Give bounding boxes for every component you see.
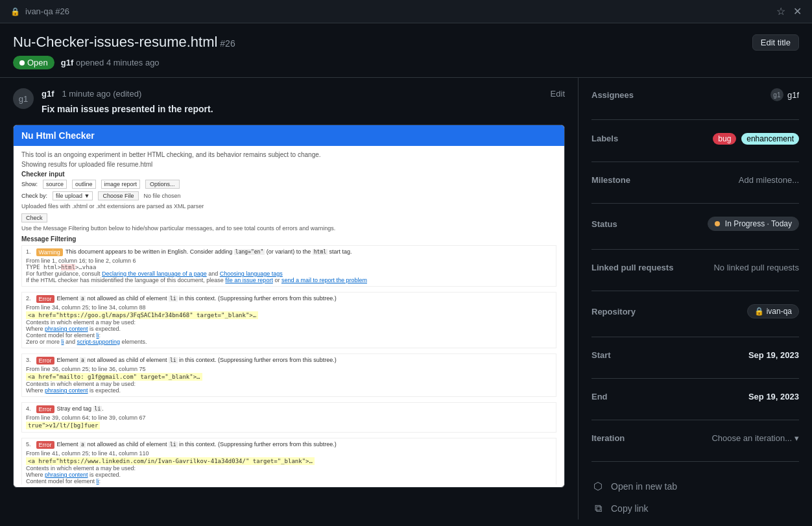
error-detail-2d: Content model for element li: [26, 332, 552, 339]
assignee-name: g1f [787, 90, 799, 100]
linked-pr-section: Linked pull requests No linked pull requ… [591, 263, 799, 291]
error-highlight-2: <a href="https://goo.gl/maps/3FqSAC1h4r3… [26, 311, 258, 319]
error-msg-2: Element a not allowed as child of elemen… [57, 295, 337, 302]
issue-number: #26 [220, 38, 235, 49]
lock-icon: 🔒 [10, 7, 20, 16]
error-highlight-4: true">v1/lt/[bg]fuer [26, 422, 100, 429]
status-badge: In Progress · Today [708, 217, 799, 231]
error-extra-1: If the HTML checker has misidentified th… [26, 277, 552, 283]
label-enhancement: enhancement [741, 133, 799, 145]
repo-name: ivan-qa [767, 307, 792, 316]
repository-section: Repository 🔒 ivan-qa [591, 304, 799, 337]
right-panel: Assignees g1 g1f Labels bug enhancement … [579, 78, 812, 520]
no-file-chosen: No file chosen [144, 193, 181, 199]
embedded-screenshot: Nu Html Checker This tool is an ongoing … [13, 125, 565, 488]
comment-text: Fix main issues presented in the report. [42, 104, 565, 114]
error-badge-4: Error [36, 405, 54, 413]
error-item-4: 4. Error Stray end tag li. From line 39,… [21, 402, 556, 433]
error-msg-3: Element a not allowed as child of elemen… [57, 357, 337, 363]
warning-badge-1: Warning [36, 248, 63, 256]
error-msg-1: This document appears to be written in E… [66, 248, 352, 255]
image-report-option: image report [101, 180, 141, 189]
check-btn[interactable]: Check [21, 213, 47, 222]
error-item-2: 2. Error Element a not allowed as child … [21, 292, 556, 348]
error-detail-2e: Zero or more li and script-supporting el… [26, 339, 552, 345]
error-highlight-3: <a href="mailto: g1f@gmail.com" target="… [26, 373, 202, 381]
error-msg-5: Element a not allowed as child of elemen… [57, 441, 337, 448]
error-detail-3a: From line 36, column 25; to line 36, col… [26, 366, 552, 372]
open-new-tab-label: Open in new tab [611, 481, 677, 492]
error-detail-2a: From line 34, column 25; to line 34, col… [26, 304, 552, 311]
copy-icon: ⧉ [591, 503, 604, 514]
error-detail-2b: Contexts in which element a may be used: [26, 319, 552, 326]
open-new-tab-action[interactable]: ⬡ Open in new tab [591, 475, 799, 497]
repo-lock-icon: 🔒 [754, 307, 764, 316]
actions-section: ⬡ Open in new tab ⧉ Copy link ⧉ Copy lin… [591, 475, 799, 520]
check-by-label: Check by: [21, 193, 47, 199]
top-bar: 🔒 ivan-qa #26 ☆ ✕ [0, 0, 812, 23]
screenshot-body: This tool is an ongoing experiment in be… [14, 146, 564, 484]
error-detail-5b: Contexts in which element a may be used: [26, 465, 552, 472]
error-detail-5d: Content model for element li: [26, 478, 552, 484]
error-detail-5c: Where phrasing content is expected. [26, 472, 552, 478]
iteration-select[interactable]: Choose an iteration... ▾ [711, 433, 799, 443]
copy-link-label: Copy link [611, 503, 649, 514]
labels-section: Labels bug enhancement [591, 133, 799, 162]
error-highlight-5: <a href="https://www.linkedin.com/in/Iva… [26, 457, 315, 465]
issue-title: Nu-Checker-issues-resume.html [13, 34, 217, 50]
milestone-value[interactable]: Add milestone... [739, 175, 799, 185]
error-item-3: 3. Error Element a not allowed as child … [21, 353, 556, 397]
assignees-section: Assignees g1 g1f [591, 88, 799, 120]
xml-note: Uploaded files with .xhtml or .xht exten… [21, 203, 556, 209]
linked-pr-value: No linked pull requests [713, 263, 799, 272]
close-icon[interactable]: ✕ [793, 5, 802, 18]
screenshot-tagline: This tool is an ongoing experiment in be… [21, 151, 556, 158]
copy-link-action[interactable]: ⧉ Copy link [591, 497, 799, 520]
assignee-avatar: g1 [770, 88, 783, 101]
filter-note: Use the Message Filtering button below t… [21, 225, 556, 232]
issue-meta-author: g1f opened 4 minutes ago [61, 58, 160, 67]
iteration-section: Iteration Choose an iteration... ▾ [591, 433, 799, 462]
comment-block: g1 g1f 1 minute ago (edited) Edit Fix ma… [13, 88, 565, 114]
error-item-1: 1. Warning This document appears to be w… [21, 245, 556, 287]
external-link-icon: ⬡ [591, 480, 604, 492]
start-section: Start Sep 19, 2023 [591, 350, 799, 379]
error-item-5: 5. Error Element a not allowed as child … [21, 438, 556, 484]
main-layout: g1 g1f 1 minute ago (edited) Edit Fix ma… [0, 78, 812, 520]
chevron-down-icon: ▾ [794, 433, 799, 443]
label-bug: bug [713, 133, 736, 145]
assignee-row: g1 g1f [770, 88, 799, 101]
file-upload-option: file upload ▼ [53, 191, 93, 200]
end-section: End Sep 19, 2023 [591, 392, 799, 420]
milestone-label: Milestone [591, 175, 663, 185]
iteration-value: Choose an iteration... [711, 433, 792, 443]
labels-label: Labels [591, 134, 663, 143]
error-detail-3b: Contexts in which element a may be used: [26, 381, 552, 387]
error-msg-4: Stray end tag li. [57, 405, 104, 412]
linked-pr-label: Linked pull requests [591, 263, 673, 272]
error-badge-5: Error [36, 441, 54, 449]
error-badge-3: Error [36, 357, 54, 365]
open-label: Open [27, 58, 48, 67]
checker-input-label: Checker input [21, 171, 556, 178]
status-label: Status [591, 219, 663, 229]
screenshot-results: Showing results for uploaded file resume… [21, 161, 556, 168]
error-badge-2: Error [36, 295, 54, 303]
assignees-label: Assignees [591, 90, 663, 100]
start-label: Start [591, 350, 663, 360]
options-btn[interactable]: Options... [145, 180, 180, 189]
end-label: End [591, 392, 663, 401]
error-detail-1: From line 1, column 16; to line 2, colum… [26, 257, 552, 264]
error-detail-3c: Where phrasing content is expected. [26, 387, 552, 394]
error-code-1: TYPE html>html>…vhaa [26, 264, 552, 270]
error-detail-2c: Where phrasing content is expected. [26, 326, 552, 332]
left-panel: g1 g1f 1 minute ago (edited) Edit Fix ma… [0, 78, 579, 520]
choose-file-btn[interactable]: Choose File [98, 191, 138, 200]
edit-title-button[interactable]: Edit title [752, 34, 799, 51]
star-icon[interactable]: ☆ [776, 5, 785, 18]
status-value: In Progress · Today [725, 219, 792, 228]
edit-comment-button[interactable]: Edit [551, 89, 565, 99]
error-detail-4: From line 39, column 64; to line 39, col… [26, 414, 552, 421]
iteration-label: Iteration [591, 433, 663, 443]
issue-header: Nu-Checker-issues-resume.html #26 Edit t… [0, 23, 812, 78]
